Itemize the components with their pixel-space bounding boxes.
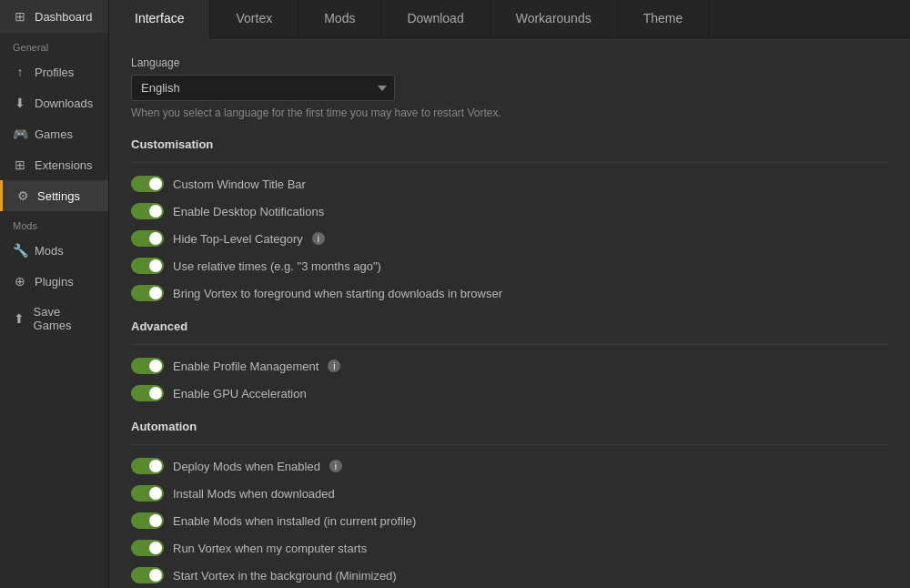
toggle-gpu-accel-switch[interactable] xyxy=(131,385,164,401)
toggle-desktop-notif-label: Enable Desktop Notifications xyxy=(173,205,324,218)
dashboard-icon: ⊞ xyxy=(13,9,27,24)
sidebar-item-dashboard[interactable]: ⊞ Dashboard xyxy=(0,0,108,33)
toggle-enable-installed-switch[interactable] xyxy=(131,512,164,529)
sidebar-games-label: Games xyxy=(35,127,73,141)
sidebar-item-extensions[interactable]: ⊞ Extensions xyxy=(0,149,108,180)
toggle-bring-foreground-switch[interactable] xyxy=(131,285,164,301)
language-select[interactable]: EnglishDeutschEspañolFrançaisItalianoPol… xyxy=(131,75,395,101)
content-area: Language EnglishDeutschEspañolFrançaisIt… xyxy=(109,38,910,588)
toggle-start-minimized-switch[interactable] xyxy=(131,567,164,583)
toggle-start-minimized: Start Vortex in the background (Minimize… xyxy=(131,567,888,583)
tab-vortex[interactable]: Vortex xyxy=(210,0,298,37)
general-section-label: General xyxy=(0,33,108,56)
toggle-custom-window: Custom Window Title Bar xyxy=(131,176,888,192)
hide-category-info-icon[interactable]: i xyxy=(312,232,325,245)
toggle-custom-window-switch[interactable] xyxy=(131,176,164,192)
toggle-bring-foreground: Bring Vortex to foreground when starting… xyxy=(131,285,888,301)
toggle-profile-mgmt: Enable Profile Management i xyxy=(131,358,888,374)
toggle-relative-times: Use relative times (e.g. "3 months ago") xyxy=(131,258,888,274)
sidebar-item-save-games[interactable]: ⬆ Save Games xyxy=(0,297,108,340)
language-label: Language xyxy=(131,56,888,69)
toggle-desktop-notif: Enable Desktop Notifications xyxy=(131,203,888,219)
toggle-run-startup-label: Run Vortex when my computer starts xyxy=(173,542,367,555)
automation-header: Automation xyxy=(131,420,888,433)
customisation-divider xyxy=(131,162,888,163)
toggle-install-downloaded-label: Install Mods when downloaded xyxy=(173,487,335,501)
sidebar-item-plugins[interactable]: ⊕ Plugins xyxy=(0,266,108,297)
toggle-deploy-mods-label: Deploy Mods when Enabled xyxy=(173,460,320,473)
profiles-icon: ↑ xyxy=(13,65,27,79)
sidebar-settings-label: Settings xyxy=(37,189,80,203)
sidebar-plugins-label: Plugins xyxy=(35,275,74,289)
advanced-section: Advanced Enable Profile Management i Ena… xyxy=(131,319,888,401)
downloads-icon: ⬇ xyxy=(13,96,27,110)
sidebar-save-games-label: Save Games xyxy=(34,305,96,332)
tab-mods[interactable]: Mods xyxy=(298,0,381,37)
toggle-run-startup-switch[interactable] xyxy=(131,540,164,556)
save-games-icon: ⬆ xyxy=(13,311,26,326)
toggle-hide-category-switch[interactable] xyxy=(131,230,164,247)
sidebar-item-games[interactable]: 🎮 Games xyxy=(0,118,108,149)
toggle-profile-mgmt-switch[interactable] xyxy=(131,358,164,374)
sidebar-downloads-label: Downloads xyxy=(35,96,93,110)
settings-icon: ⚙ xyxy=(15,188,30,203)
toggle-enable-installed: Enable Mods when installed (in current p… xyxy=(131,512,888,529)
sidebar-item-downloads[interactable]: ⬇ Downloads xyxy=(0,87,108,118)
toggle-gpu-accel-label: Enable GPU Acceleration xyxy=(173,387,307,400)
toggle-install-downloaded: Install Mods when downloaded xyxy=(131,485,888,502)
tab-download[interactable]: Download xyxy=(381,0,490,37)
advanced-header: Advanced xyxy=(131,319,888,333)
sidebar-item-profiles[interactable]: ↑ Profiles xyxy=(0,56,108,87)
toggle-gpu-accel: Enable GPU Acceleration xyxy=(131,385,888,401)
toggle-relative-times-switch[interactable] xyxy=(131,258,164,274)
toggle-run-startup: Run Vortex when my computer starts xyxy=(131,540,888,556)
toggle-hide-category-label: Hide Top-Level Category xyxy=(173,232,303,246)
mods-icon: 🔧 xyxy=(13,243,27,258)
language-hint: When you select a language for the first… xyxy=(131,106,888,119)
toggle-enable-installed-label: Enable Mods when installed (in current p… xyxy=(173,514,416,528)
deploy-mods-info-icon[interactable]: i xyxy=(329,460,342,472)
toggle-desktop-notif-switch[interactable] xyxy=(131,203,164,219)
games-icon: 🎮 xyxy=(13,127,27,141)
profile-mgmt-info-icon[interactable]: i xyxy=(328,360,340,372)
main-panel: Interface Vortex Mods Download Workaroun… xyxy=(109,0,910,588)
sidebar-mods-label: Mods xyxy=(35,244,64,258)
toggle-profile-mgmt-label: Enable Profile Management xyxy=(173,360,318,373)
toggle-relative-times-label: Use relative times (e.g. "3 months ago") xyxy=(173,259,381,273)
sidebar-item-mods[interactable]: 🔧 Mods xyxy=(0,235,108,266)
language-section: Language EnglishDeutschEspañolFrançaisIt… xyxy=(131,56,888,119)
sidebar-item-settings[interactable]: ⚙ Settings xyxy=(0,180,108,211)
toggle-custom-window-label: Custom Window Title Bar xyxy=(173,177,306,191)
toggle-install-downloaded-switch[interactable] xyxy=(131,485,164,502)
toggle-bring-foreground-label: Bring Vortex to foreground when starting… xyxy=(173,287,502,300)
tab-interface[interactable]: Interface xyxy=(109,0,210,38)
automation-divider xyxy=(131,444,888,445)
tab-theme[interactable]: Theme xyxy=(618,0,710,37)
customisation-section: Customisation Custom Window Title Bar En… xyxy=(131,137,888,301)
advanced-divider xyxy=(131,344,888,345)
sidebar: ⊞ Dashboard General ↑ Profiles ⬇ Downloa… xyxy=(0,0,109,588)
customisation-header: Customisation xyxy=(131,137,888,151)
toggle-hide-category: Hide Top-Level Category i xyxy=(131,230,888,247)
tab-workarounds[interactable]: Workarounds xyxy=(490,0,618,37)
sidebar-dashboard-label: Dashboard xyxy=(35,10,93,24)
extensions-icon: ⊞ xyxy=(13,157,27,172)
sidebar-profiles-label: Profiles xyxy=(35,66,74,79)
toggle-start-minimized-label: Start Vortex in the background (Minimize… xyxy=(173,569,397,583)
toggle-deploy-mods: Deploy Mods when Enabled i xyxy=(131,458,888,474)
sidebar-extensions-label: Extensions xyxy=(35,158,93,172)
mods-section-label: Mods xyxy=(0,211,108,235)
tab-bar: Interface Vortex Mods Download Workaroun… xyxy=(109,0,910,38)
toggle-deploy-mods-switch[interactable] xyxy=(131,458,164,474)
plugins-icon: ⊕ xyxy=(13,274,27,289)
automation-section: Automation Deploy Mods when Enabled i In… xyxy=(131,420,888,583)
